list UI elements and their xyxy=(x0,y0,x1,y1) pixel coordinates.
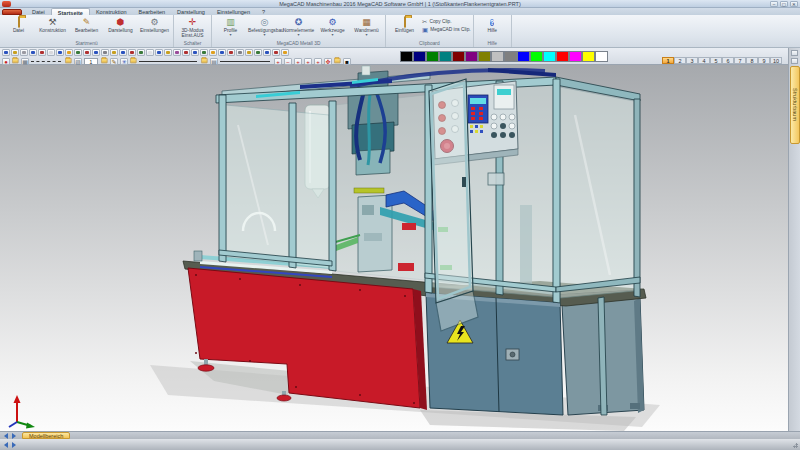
tool-icon-8[interactable] xyxy=(65,49,73,56)
color-swatch-10[interactable] xyxy=(517,51,530,62)
ribbon-item-darstellung[interactable]: ⬢Darstellung xyxy=(104,16,137,33)
pan-icon[interactable]: ✥ xyxy=(324,58,332,65)
menu-tab-datei[interactable]: Datei xyxy=(26,8,51,15)
tool-icon-27[interactable] xyxy=(236,49,244,56)
tool-icon-28[interactable] xyxy=(245,49,253,56)
maximize-button[interactable]: ▢ xyxy=(780,1,788,7)
menu-tab-konstruktion[interactable]: Konstruktion xyxy=(90,8,133,15)
ribbon-item-bearbeiten[interactable]: ✎Bearbeiten xyxy=(70,16,103,33)
color-swatch-1[interactable] xyxy=(400,51,413,62)
tool-icon-21[interactable] xyxy=(182,49,190,56)
group-icon[interactable]: ✳ xyxy=(120,58,128,65)
tool-icon-25[interactable] xyxy=(218,49,226,56)
layer-button-10[interactable]: 10 xyxy=(770,57,782,64)
tool-icon-12[interactable] xyxy=(101,49,109,56)
model-space-tab[interactable]: Modellbereich xyxy=(22,432,70,439)
ribbon-item-werkzeuge[interactable]: ⚙Werkzeuge▾ xyxy=(316,16,349,37)
ribbon-item-profile[interactable]: ▥Profile▾ xyxy=(214,16,247,37)
color-swatch-9[interactable] xyxy=(504,51,517,62)
active-color-chip[interactable]: ■ xyxy=(343,58,351,65)
zoom-fit-icon[interactable]: + xyxy=(304,58,312,65)
color-swatch-12[interactable] xyxy=(543,51,556,62)
tool-icon-18[interactable] xyxy=(155,49,163,56)
zoom-prev-icon[interactable]: + xyxy=(314,58,322,65)
menu-tab-einstellungen[interactable]: Einstellungen xyxy=(211,8,256,15)
attr-chip-icon[interactable]: ▦ xyxy=(21,58,29,65)
tool-icon-16[interactable] xyxy=(137,49,145,56)
color-swatch-14[interactable] xyxy=(569,51,582,62)
ribbon-item-megacad-ins-clip-[interactable]: ▣MegaCAD ins Clip. xyxy=(422,26,471,33)
attr-chip2-icon[interactable]: ▨ xyxy=(74,58,82,65)
ribbon-item-einf-gen[interactable]: Einfügen xyxy=(388,16,421,33)
status-right-icon[interactable] xyxy=(12,442,16,448)
layer-button-8[interactable]: 8 xyxy=(746,57,758,64)
color-swatch-4[interactable] xyxy=(439,51,452,62)
tool-icon-19[interactable] xyxy=(164,49,172,56)
layer-button-4[interactable]: 4 xyxy=(698,57,710,64)
resize-grip[interactable] xyxy=(791,441,798,448)
tool-icon-6[interactable] xyxy=(47,49,55,56)
ribbon-item-normelemente[interactable]: ✪Normelemente▾ xyxy=(282,16,315,37)
tool-icon-11[interactable] xyxy=(92,49,100,56)
pin-icon[interactable] xyxy=(791,50,798,56)
ribbon-item-copy-clip-[interactable]: ✂Copy Clip. xyxy=(422,18,471,25)
tool-icon-3[interactable] xyxy=(20,49,28,56)
tool-icon-23[interactable] xyxy=(200,49,208,56)
zoom-window-icon[interactable]: + xyxy=(294,58,302,65)
layer-button-6[interactable]: 6 xyxy=(722,57,734,64)
zoom-in-icon[interactable]: + xyxy=(274,58,282,65)
tab-scroll-right-icon[interactable] xyxy=(12,433,16,439)
color-swatch-13[interactable] xyxy=(556,51,569,62)
attr-chip3-icon[interactable]: ▤ xyxy=(210,58,218,65)
close-button[interactable]: ✕ xyxy=(790,1,798,7)
color-swatch-8[interactable] xyxy=(491,51,504,62)
tool-icon-14[interactable] xyxy=(119,49,127,56)
layer-button-3[interactable]: 3 xyxy=(686,57,698,64)
ribbon-item-wandmen-[interactable]: ▦Wandmenü▾ xyxy=(350,16,383,37)
layer-field[interactable]: 1 xyxy=(84,58,98,65)
panel-menu-icon[interactable] xyxy=(791,58,798,64)
tool-icon-20[interactable] xyxy=(173,49,181,56)
zoom-out-icon[interactable]: − xyxy=(284,58,292,65)
tab-scroll-left-icon[interactable] xyxy=(4,433,8,439)
tool-icon-32[interactable] xyxy=(281,49,289,56)
tool-icon-4[interactable] xyxy=(29,49,37,56)
color-swatch-7[interactable] xyxy=(478,51,491,62)
minimize-button[interactable]: – xyxy=(770,1,778,7)
layer-button-5[interactable]: 5 xyxy=(710,57,722,64)
tool-icon-29[interactable] xyxy=(254,49,262,56)
tool-icon-22[interactable] xyxy=(191,49,199,56)
ribbon-item-hilfe[interactable]: ?Hilfe xyxy=(476,16,509,33)
tool-icon-17[interactable] xyxy=(146,49,154,56)
menu-tab-darstellung[interactable]: Darstellung xyxy=(171,8,211,15)
tool-icon-26[interactable] xyxy=(227,49,235,56)
color-swatch-15[interactable] xyxy=(582,51,595,62)
menu-tab-[interactable]: ? xyxy=(256,8,271,15)
tool-icon-1[interactable] xyxy=(2,49,10,56)
ribbon-item-befestigungsbau[interactable]: ◎Befestigungsbau▾ xyxy=(248,16,281,37)
layer-button-7[interactable]: 7 xyxy=(734,57,746,64)
3d-viewport[interactable] xyxy=(0,65,788,431)
menu-tab-startseite[interactable]: Startseite xyxy=(51,8,90,15)
color-swatch-6[interactable] xyxy=(465,51,478,62)
tool-icon-2[interactable] xyxy=(11,49,19,56)
tool-icon-30[interactable] xyxy=(263,49,271,56)
color-attr-icon[interactable]: ● xyxy=(2,58,10,65)
ribbon-item-3d-modus-einst-aus[interactable]: ✛3D-Modus Einst.AUS xyxy=(176,16,209,38)
ribbon-item-einstellungen[interactable]: ⚙Einstellungen xyxy=(138,16,171,33)
tool-icon-15[interactable] xyxy=(128,49,136,56)
pen-icon[interactable]: ✎ xyxy=(110,58,118,65)
color-swatch-5[interactable] xyxy=(452,51,465,62)
tool-icon-10[interactable] xyxy=(83,49,91,56)
color-swatch-3[interactable] xyxy=(426,51,439,62)
ribbon-item-datei[interactable]: Datei xyxy=(2,16,35,33)
tool-icon-7[interactable] xyxy=(56,49,64,56)
layer-button-1[interactable]: 1 xyxy=(662,57,674,64)
tool-icon-5[interactable] xyxy=(38,49,46,56)
tool-icon-9[interactable] xyxy=(74,49,82,56)
color-swatch-2[interactable] xyxy=(413,51,426,62)
layer-button-9[interactable]: 9 xyxy=(758,57,770,64)
tool-icon-24[interactable] xyxy=(209,49,217,56)
color-swatch-16[interactable] xyxy=(595,51,608,62)
status-left-icon[interactable] xyxy=(4,442,8,448)
